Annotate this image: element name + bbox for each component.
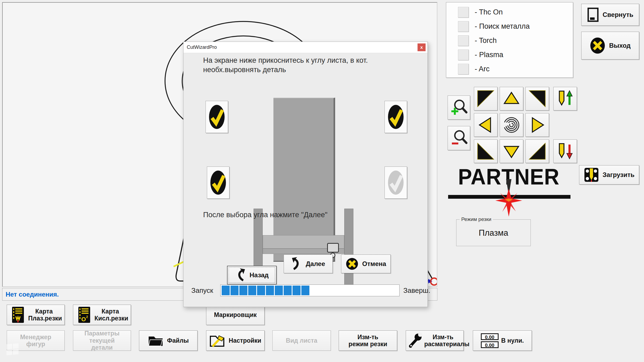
marker-button[interactable]: Маркировщик bbox=[206, 305, 265, 325]
check-icon bbox=[210, 170, 226, 195]
io-row-metal-search: - Поиск металла bbox=[446, 19, 573, 34]
shape-manager-label: Менеджер фигур bbox=[16, 334, 56, 348]
corner-top-right-check-button[interactable] bbox=[385, 101, 407, 133]
progress-bar bbox=[220, 285, 400, 296]
io-row-arc: - Arc bbox=[446, 62, 573, 76]
files-label: Файлы bbox=[167, 337, 189, 344]
windows-logo-watermark bbox=[6, 343, 19, 356]
load-label: Загрузить bbox=[603, 171, 635, 179]
arrow-down-icon bbox=[502, 141, 521, 161]
change-cut-mode-button[interactable]: Изм-ть режим резки bbox=[339, 330, 397, 351]
jog-bottom-left-button[interactable] bbox=[474, 139, 497, 163]
jog-top-right-button[interactable] bbox=[525, 87, 549, 110]
dialog-hint: После выбора угла нажмите "Далее" bbox=[203, 210, 327, 220]
corner-bottom-left-check-button[interactable] bbox=[207, 167, 229, 199]
plasma-map-label: Карта Плаз.резки bbox=[28, 308, 60, 322]
connection-status: Нет соединения. bbox=[6, 291, 59, 298]
plasma-indicator[interactable] bbox=[458, 50, 469, 60]
arrow-up-icon bbox=[502, 89, 521, 109]
check-icon-disabled bbox=[387, 170, 404, 195]
cancel-x-icon bbox=[346, 257, 358, 270]
zoom-out-button[interactable] bbox=[448, 126, 470, 150]
change-cut-mode-label: Изм-ть режим резки bbox=[348, 334, 388, 348]
settings-button[interactable]: Настройки bbox=[206, 330, 265, 351]
io-label: - Thc On bbox=[475, 8, 503, 16]
io-row-thc: - Thc On bbox=[446, 5, 573, 19]
back-button[interactable]: Назад bbox=[227, 266, 277, 285]
cutwizard-dialog: CutWizardPro x На экране ниже прикосните… bbox=[183, 42, 428, 307]
metal-search-indicator[interactable] bbox=[458, 21, 469, 32]
sheet-view-label: Вид листа bbox=[286, 337, 317, 344]
load-clamp-icon bbox=[584, 167, 599, 182]
files-button[interactable]: Файлы bbox=[139, 330, 197, 351]
oxygen-map-button[interactable]: O 2 Карта Кисл.резки bbox=[73, 305, 131, 325]
io-signal-panel: - Thc On - Поиск металла - Torch - Plasm… bbox=[446, 2, 573, 78]
dialog-titlebar[interactable]: CutWizardPro x bbox=[184, 42, 427, 53]
thc-on-indicator[interactable] bbox=[458, 7, 469, 18]
corner-bottom-right-check-button-disabled[interactable] bbox=[385, 167, 407, 199]
minimize-label: Свернуть bbox=[603, 11, 633, 19]
progress-end-label: Заверш. bbox=[403, 286, 430, 295]
arrow-right-icon bbox=[527, 115, 547, 135]
exit-label: Выход bbox=[609, 42, 631, 49]
cancel-button[interactable]: Отмена bbox=[341, 254, 391, 273]
jog-up-button[interactable] bbox=[500, 87, 523, 110]
jog-right-button[interactable] bbox=[525, 113, 549, 137]
cut-mode-value: Плазма bbox=[456, 228, 530, 238]
corner-top-left-check-button[interactable] bbox=[206, 101, 228, 133]
svg-text:2: 2 bbox=[86, 315, 88, 319]
plasma-map-button[interactable]: Карта Плаз.резки bbox=[7, 305, 65, 325]
svg-text:O: O bbox=[81, 316, 86, 323]
curved-arrow-right-icon bbox=[291, 257, 302, 271]
jog-bottom-right-button[interactable] bbox=[525, 139, 549, 163]
cut-mode-group-title: Режим резки bbox=[460, 216, 493, 222]
sheet-view-button[interactable]: Вид листа bbox=[272, 330, 331, 351]
zero-value-y: 0.00 bbox=[481, 341, 499, 348]
arrow-left-icon bbox=[476, 115, 496, 135]
cut-mode-group: Режим резки Плазма bbox=[456, 219, 531, 246]
jog-center-button[interactable] bbox=[500, 113, 523, 137]
jog-top-left-button[interactable] bbox=[474, 87, 497, 110]
current-part-params-button[interactable]: Параметры текущей детали bbox=[73, 330, 131, 351]
load-button[interactable]: Загрузить bbox=[579, 165, 639, 184]
torch-down-button[interactable] bbox=[553, 139, 577, 163]
magnifier-plus-icon bbox=[449, 97, 469, 118]
curved-arrow-left-icon bbox=[235, 268, 246, 282]
dialog-close-button[interactable]: x bbox=[418, 43, 426, 51]
check-icon bbox=[387, 104, 404, 130]
zero-coordinates-icon: 0.00 0.00 bbox=[481, 333, 499, 348]
exit-button[interactable]: Выход bbox=[581, 32, 639, 60]
torch-indicator[interactable] bbox=[458, 35, 469, 46]
zero-value-x: 0.00 bbox=[481, 333, 499, 340]
io-row-torch: - Torch bbox=[446, 34, 573, 48]
oxygen-map-icon: O 2 bbox=[78, 306, 91, 323]
torch-up-button[interactable] bbox=[553, 87, 577, 110]
check-icon bbox=[208, 104, 225, 130]
go-to-zero-button[interactable]: 0.00 0.00 В нули. bbox=[473, 330, 532, 351]
progress-start-label: Запуск bbox=[191, 286, 213, 295]
change-materials-button[interactable]: Изм-ть расматериалы bbox=[406, 330, 464, 351]
zoom-in-button[interactable] bbox=[448, 95, 470, 120]
io-label: - Arc bbox=[475, 65, 490, 73]
go-to-zero-label: В нули. bbox=[501, 337, 524, 344]
minimize-button[interactable]: Свернуть bbox=[581, 4, 639, 26]
magnifier-minus-icon bbox=[449, 128, 469, 148]
io-label: - Torch bbox=[475, 36, 497, 45]
marker-label: Маркировщик bbox=[214, 311, 257, 318]
corner-top-right-icon bbox=[527, 89, 547, 109]
corner-bottom-left-icon bbox=[476, 141, 496, 161]
back-label: Назад bbox=[250, 271, 269, 279]
jog-left-button[interactable] bbox=[474, 113, 497, 137]
window-minimize-icon bbox=[587, 8, 599, 22]
settings-folder-hammer-icon bbox=[209, 334, 225, 348]
jog-down-button[interactable] bbox=[500, 139, 523, 163]
plasma-map-icon bbox=[12, 306, 24, 323]
oxygen-map-label: Карта Кисл.резки bbox=[94, 308, 126, 322]
dialog-instruction-line1: На экране ниже прикоснитесь к углу листа… bbox=[203, 56, 368, 65]
partner-logo-spark-icon bbox=[495, 189, 522, 218]
io-label: - Plasma bbox=[475, 51, 503, 59]
next-button[interactable]: Далее bbox=[284, 254, 333, 273]
machine-right-rail bbox=[344, 209, 353, 289]
arc-indicator[interactable] bbox=[458, 64, 469, 75]
next-label: Далее bbox=[306, 260, 325, 268]
